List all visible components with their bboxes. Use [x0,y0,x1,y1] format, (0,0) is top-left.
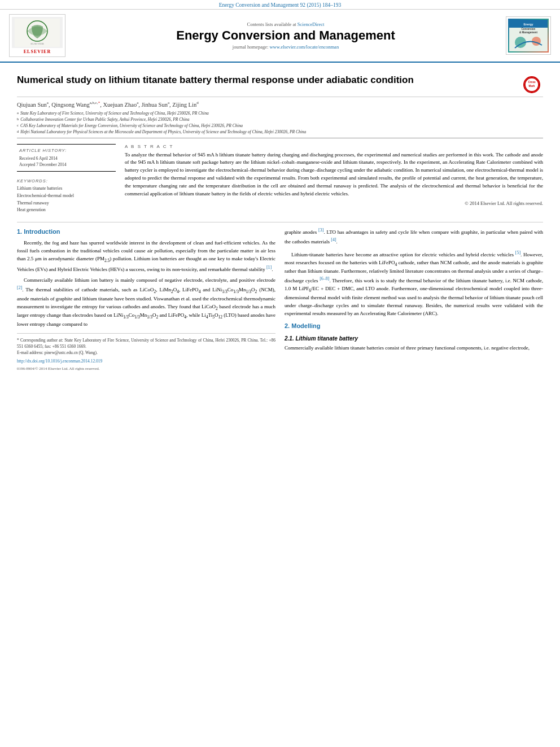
sciencedirect-anchor[interactable]: ScienceDirect [298,21,325,27]
journal-title-area: Contents lists available at ScienceDirec… [72,21,499,50]
abstract-label: A B S T R A C T [125,144,543,149]
ref-2-link[interactable]: [2] [17,285,22,290]
svg-text:& Management: & Management [519,31,538,34]
article-info-column: Article history: Received 6 April 2014 A… [17,144,116,217]
ref-3-link[interactable]: [3] [318,228,323,233]
lto-battery-heading: 2.1. Lithium titanate battery [285,334,543,343]
copyright-footer: 0196-8904/© 2014 Elsevier Ltd. All right… [17,366,275,372]
keyword-3: Thermal runaway [17,200,116,207]
article-title-text: Numerical study on lithium titanate batt… [17,74,518,86]
sciencedirect-link[interactable]: Contents lists available at ScienceDirec… [72,21,499,27]
crossmark-badge[interactable]: Cross Mark [523,76,543,93]
body-col-left: 1. Introduction Recently, the fog and ha… [17,227,275,372]
svg-text:Energy: Energy [524,23,533,26]
intro-para-4: Lithium-titanate batteries have become a… [285,250,543,317]
elsevier-graphic: ELSEVIER [12,17,63,48]
svg-text:ELSEVIER: ELSEVIER [30,42,44,45]
footnote-section: * Corresponding author at: State Key Lab… [17,333,275,372]
intro-para-2: Commercially available lithium ion batte… [17,277,275,328]
intro-para-3: graphite anodes [3]. LTO has advantages … [285,227,543,246]
svg-text:Conversion: Conversion [522,28,536,30]
journal-banner: Energy Conversion and Management 92 (201… [0,0,560,10]
modelling-heading: 2. Modelling [285,321,543,331]
journal-cover-thumbnail: Energy Conversion & Management [508,19,549,53]
crossmark-icon[interactable]: Cross Mark [523,76,540,93]
corresponding-note: * Corresponding author at: State Key Lab… [17,337,275,350]
article-info-box: Article history: Received 6 April 2014 A… [17,144,116,172]
svg-text:Mark: Mark [529,85,535,88]
journal-logo-right: Energy Conversion & Management [506,16,551,55]
abstract-text: To analyze the thermal behavior of 945 m… [125,151,543,199]
authors-section: Qiujuan Suna, Qingsong Wanga,b,c,*, Xuej… [17,97,543,138]
keyword-2: Electrochemical-thermal model [17,193,116,200]
elsevier-wordmark: ELSEVIER [12,49,63,54]
article-body-text: 1. Introduction Recently, the fog and ha… [17,222,543,372]
svg-text:Cross: Cross [528,81,536,84]
abstract-column: A B S T R A C T To analyze the thermal b… [125,144,543,217]
journal-title: Energy Conversion and Management [72,28,499,43]
abstract-section: A B S T R A C T To analyze the thermal b… [125,144,543,207]
keyword-1: Lithium titanate batteries [17,185,116,193]
modelling-para-1: Commercially available lithium titanate … [285,344,543,352]
body-col-right: graphite anodes [3]. LTO has advantages … [285,227,543,372]
ref-5-link[interactable]: [5] [515,250,520,255]
journal-homepage[interactable]: journal homepage: www.elsevier.com/locat… [72,44,499,50]
ref-4-link[interactable]: [4] [331,237,336,242]
ref-6-8-link[interactable]: [6–8] [320,276,329,281]
received-date: Received 6 April 2014 [19,155,113,161]
authors-line: Qiujuan Suna, Qingsong Wanga,b,c,*, Xuej… [17,101,543,108]
article-title: Numerical study on lithium titanate batt… [17,74,518,86]
keywords-box: Keywords: Lithium titanate batteries Ele… [17,176,116,216]
email-note: E-mail address: pinew@ustc.edu.cn (Q. Wa… [17,350,275,356]
affiliations: aState Key Laboratory of Fire Science, U… [17,110,543,136]
intro-para-1: Recently, the fog and haze has spurred w… [17,239,275,273]
article-title-section: Numerical study on lithium titanate batt… [17,68,543,97]
article-info-label: Article history: [19,148,113,153]
article-body-columns: Article history: Received 6 April 2014 A… [17,138,543,222]
accepted-date: Accepted 7 December 2014 [19,161,113,168]
main-content: Numerical study on lithium titanate batt… [0,63,560,377]
intro-heading: 1. Introduction [17,227,275,237]
keywords-label: Keywords: [17,178,116,184]
homepage-link[interactable]: www.elsevier.com/locate/enconman [269,44,339,50]
ref-1-link[interactable]: [1] [266,265,272,270]
keywords-list: Lithium titanate batteries Electrochemic… [17,185,116,214]
journal-header: ELSEVIER ELSEVIER Contents lists availab… [0,10,560,63]
copyright-line: © 2014 Elsevier Ltd. All rights reserved… [125,200,543,206]
doi-link[interactable]: http://dx.doi.org/10.1016/j.enconman.201… [17,358,275,364]
keyword-4: Heat generation [17,207,116,214]
elsevier-logo: ELSEVIER ELSEVIER [9,14,65,57]
